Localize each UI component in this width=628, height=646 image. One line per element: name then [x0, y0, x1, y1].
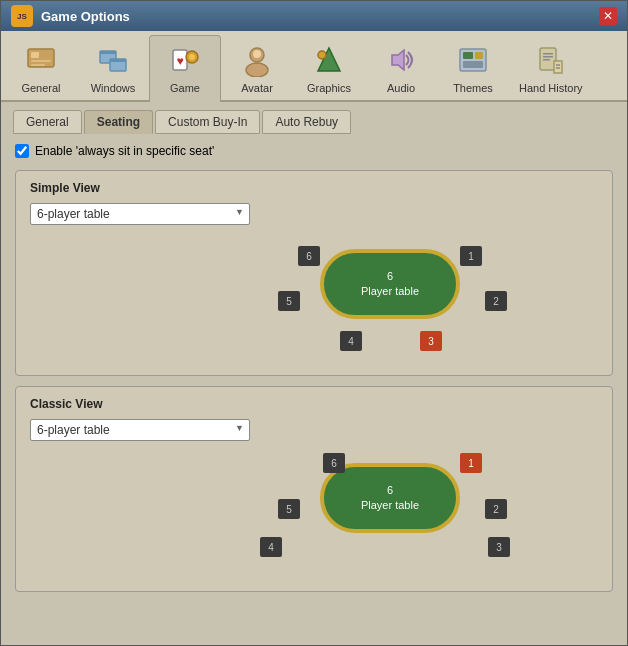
nav-item-themes[interactable]: Themes [437, 36, 509, 100]
simple-seat-2[interactable]: 2 [485, 291, 507, 311]
classic-view-title: Classic View [30, 397, 598, 411]
svg-text:♥: ♥ [176, 54, 183, 68]
nav-general-label: General [21, 82, 60, 94]
nav-game-label: Game [170, 82, 200, 94]
simple-seat-1[interactable]: 1 [460, 246, 482, 266]
nav-hand-history-label: Hand History [519, 82, 583, 94]
nav-item-graphics[interactable]: Graphics [293, 36, 365, 100]
sub-tab-seating[interactable]: Seating [84, 110, 153, 134]
classic-seat-2[interactable]: 2 [485, 499, 507, 519]
close-button[interactable]: ✕ [599, 7, 617, 25]
checkbox-row: Enable 'always sit in specific seat' [15, 144, 613, 158]
classic-view-poker-table: 6Player table [320, 463, 460, 533]
classic-seat-1[interactable]: 1 [460, 453, 482, 473]
always-sit-checkbox[interactable] [15, 144, 29, 158]
game-options-window: JS Game Options ✕ General [0, 0, 628, 646]
sub-tab-custom-buy-in[interactable]: Custom Buy-In [155, 110, 260, 134]
svg-rect-24 [543, 56, 553, 58]
svg-marker-17 [392, 50, 404, 70]
simple-view-poker-table: 6Player table [320, 249, 460, 319]
themes-icon [455, 42, 491, 78]
svg-rect-5 [100, 51, 116, 54]
nav-item-avatar[interactable]: Avatar [221, 36, 293, 100]
audio-icon [383, 42, 419, 78]
nav-bar: General Windows ♥ [1, 31, 627, 102]
game-icon: ♥ [167, 42, 203, 78]
simple-view-box: Simple View 6-player table 9-player tabl… [15, 170, 613, 376]
nav-windows-label: Windows [91, 82, 136, 94]
simple-seat-3[interactable]: 3 [420, 331, 442, 351]
avatar-icon [239, 42, 275, 78]
simple-view-table-area: 6Player table 6 1 2 3 4 5 [30, 231, 598, 361]
classic-seat-3[interactable]: 3 [488, 537, 510, 557]
hand-history-icon [533, 42, 569, 78]
classic-view-table-area: 6Player table 6 1 2 3 4 5 [30, 447, 598, 577]
classic-view-dropdown-wrapper: 6-player table 9-player table 2-player t… [30, 419, 250, 441]
nav-item-hand-history[interactable]: Hand History [509, 36, 593, 100]
nav-item-game[interactable]: ♥ Game [149, 35, 221, 102]
window-title: Game Options [41, 9, 130, 24]
simple-seat-6[interactable]: 6 [298, 246, 320, 266]
svg-rect-19 [463, 52, 473, 59]
nav-audio-label: Audio [387, 82, 415, 94]
simple-seat-5[interactable]: 5 [278, 291, 300, 311]
nav-item-windows[interactable]: Windows [77, 36, 149, 100]
classic-view-dropdown[interactable]: 6-player table 9-player table 2-player t… [30, 419, 250, 441]
svg-rect-7 [110, 59, 126, 62]
nav-item-audio[interactable]: Audio [365, 36, 437, 100]
title-bar-left: JS Game Options [11, 5, 130, 27]
svg-rect-3 [31, 64, 45, 66]
svg-point-13 [246, 63, 268, 77]
simple-view-dropdown-wrapper: 6-player table 9-player table 2-player t… [30, 203, 250, 225]
svg-point-14 [253, 50, 261, 58]
simple-seat-4[interactable]: 4 [340, 331, 362, 351]
simple-view-title: Simple View [30, 181, 598, 195]
sub-tabs: General Seating Custom Buy-In Auto Rebuy [1, 102, 627, 134]
app-logo: JS [11, 5, 33, 27]
classic-seat-6[interactable]: 6 [323, 453, 345, 473]
simple-view-dropdown[interactable]: 6-player table 9-player table 2-player t… [30, 203, 250, 225]
nav-graphics-label: Graphics [307, 82, 351, 94]
graphics-icon [311, 42, 347, 78]
svg-rect-23 [543, 53, 553, 55]
svg-rect-21 [463, 61, 483, 68]
sub-tab-auto-rebuy[interactable]: Auto Rebuy [262, 110, 351, 134]
classic-seat-5[interactable]: 5 [278, 499, 300, 519]
svg-point-16 [318, 51, 326, 59]
always-sit-label: Enable 'always sit in specific seat' [35, 144, 214, 158]
windows-icon [95, 42, 131, 78]
svg-rect-2 [31, 60, 51, 62]
classic-seat-4[interactable]: 4 [260, 537, 282, 557]
svg-rect-1 [31, 52, 39, 58]
general-icon [23, 42, 59, 78]
classic-view-box: Classic View 6-player table 9-player tab… [15, 386, 613, 592]
nav-item-general[interactable]: General [5, 36, 77, 100]
title-bar: JS Game Options ✕ [1, 1, 627, 31]
sub-tab-general[interactable]: General [13, 110, 82, 134]
svg-point-11 [189, 54, 195, 60]
nav-themes-label: Themes [453, 82, 493, 94]
nav-avatar-label: Avatar [241, 82, 273, 94]
content-area: Enable 'always sit in specific seat' Sim… [1, 134, 627, 645]
svg-rect-25 [543, 59, 550, 61]
svg-rect-20 [475, 52, 483, 59]
